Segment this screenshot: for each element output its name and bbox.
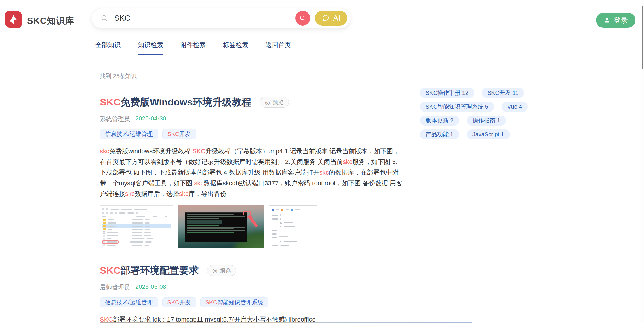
scrollbar-thumb[interactable]: [642, 6, 643, 69]
highlighted-keyword: skc: [194, 180, 204, 187]
tag-pill[interactable]: SKC开发: [162, 297, 196, 307]
sidebar-tag-pill[interactable]: JavaScript 1: [467, 129, 510, 139]
tab-label-search[interactable]: 标签检索: [223, 41, 248, 55]
tag-label: 信息技术/运维管理: [105, 299, 153, 306]
tag-label: 信息技术/运维管理: [105, 130, 153, 138]
ai-chat-button[interactable]: AI: [315, 11, 347, 26]
login-button[interactable]: 登录: [596, 13, 635, 28]
main-layout: 找到 25条知识 SKC免费版Windows环境升级教程 ◎ 预览 系统管理员 …: [0, 55, 644, 323]
red-arrow-annotation: [247, 214, 259, 230]
tag-pill[interactable]: SKC开发: [162, 129, 196, 139]
app-title: SKC知识库: [27, 15, 74, 27]
sidebar-tag-pill[interactable]: 操作指南 1: [467, 116, 506, 126]
result-tags: 信息技术/运维管理SKC开发SKC智能知识管理系统: [100, 297, 404, 307]
result-author: 最帅管理员: [100, 283, 130, 291]
text-segment: 部署环境配置要求: [121, 265, 199, 276]
tag-pill[interactable]: 信息技术/运维管理: [100, 129, 158, 139]
result-title-link[interactable]: SKC部署环境配置要求: [100, 264, 199, 277]
tag-label: 智能知识管理系统: [217, 299, 263, 306]
tag-pill[interactable]: SKC智能知识管理系统: [200, 297, 268, 307]
text-segment: 免费版windows环境升级教程: [109, 148, 192, 155]
text-segment: 数据库后，选择: [135, 190, 179, 197]
tag-label: 开发: [179, 299, 191, 306]
highlighted-keyword: SKC: [167, 131, 179, 137]
search-icon: [299, 15, 306, 22]
highlighted-keyword: SKC: [100, 97, 121, 107]
preview-button[interactable]: ◎ 预览: [207, 265, 236, 276]
sidebar-tag-pill[interactable]: SKC操作手册 12: [420, 88, 474, 98]
nav-tabs: 全部知识 知识检索 附件检索 标签检索 返回首页: [0, 29, 644, 55]
eye-icon: ◎: [265, 99, 270, 105]
highlighted-keyword: skc: [100, 148, 109, 155]
result-date: 2025-05-08: [135, 283, 166, 291]
mysql-dialog-thumbnail[interactable]: [269, 205, 317, 248]
sidebar: SKC操作手册 12SKC开发 11SKC智能知识管理系统 5Vue 4版本更新…: [420, 55, 546, 139]
text-segment: 库，导出备份: [188, 190, 226, 197]
brand-logo[interactable]: [5, 11, 22, 28]
result-date: 2025-04-30: [135, 115, 166, 123]
header: SKC知识库: [0, 0, 644, 29]
sidebar-tag-pill[interactable]: Vue 4: [502, 102, 528, 112]
sidebar-tag-pill[interactable]: 版本更新 2: [420, 116, 459, 126]
search-bar: AI: [92, 8, 350, 28]
results-column: 找到 25条知识 SKC免费版Windows环境升级教程 ◎ 预览 系统管理员 …: [100, 55, 404, 323]
user-icon: [603, 17, 610, 24]
result-item: SKC部署环境配置要求 ◎ 预览 最帅管理员 2025-05-08 信息技术/运…: [100, 264, 404, 323]
result-tags: 信息技术/运维管理SKC开发: [100, 129, 404, 139]
highlighted-keyword: SKC: [192, 148, 205, 155]
text-segment: 免费版Windows环境升级教程: [121, 97, 251, 107]
tag-pill[interactable]: 信息技术/运维管理: [100, 297, 158, 307]
sidebar-tag-cloud: SKC操作手册 12SKC开发 11SKC智能知识管理系统 5Vue 4版本更新…: [420, 88, 546, 139]
terminal-window: [185, 212, 247, 242]
ai-button-label: AI: [333, 14, 340, 23]
login-button-label: 登录: [613, 16, 628, 25]
cutoff-thumbnails-strip: [100, 322, 472, 323]
highlighted-keyword: SKC: [167, 299, 179, 306]
highlighted-keyword: skc: [125, 190, 135, 197]
result-title-link[interactable]: SKC免费版Windows环境升级教程: [100, 96, 251, 109]
preview-label: 预览: [220, 267, 231, 274]
tab-back-home[interactable]: 返回首页: [266, 41, 291, 55]
result-count: 找到 25条知识: [100, 72, 404, 80]
tab-attachment-search[interactable]: 附件检索: [180, 41, 206, 55]
tab-knowledge-search[interactable]: 知识检索: [138, 41, 163, 55]
sidebar-tag-pill[interactable]: 产品功能 1: [420, 129, 459, 139]
tag-label: 开发: [179, 130, 191, 138]
result-author: 系统管理员: [100, 115, 130, 123]
tab-all-knowledge[interactable]: 全部知识: [95, 41, 121, 55]
paper-plane-icon: [8, 14, 19, 25]
attachment-thumbnails: [100, 205, 404, 248]
search-icon: [100, 14, 108, 22]
preview-button[interactable]: ◎ 预览: [260, 97, 289, 108]
highlighted-keyword: skc: [343, 158, 353, 165]
chat-bubble-icon: [322, 14, 330, 22]
search-input[interactable]: [114, 14, 295, 23]
terminal-thumbnail[interactable]: [178, 205, 264, 248]
file-explorer-thumbnail[interactable]: [100, 205, 173, 248]
preview-label: 预览: [273, 99, 283, 106]
sidebar-tag-pill[interactable]: SKC智能知识管理系统 5: [420, 102, 494, 112]
highlighted-keyword: SKC: [100, 265, 121, 276]
sidebar-tag-pill[interactable]: SKC开发 11: [482, 88, 524, 98]
scrollbar[interactable]: [641, 0, 644, 323]
eye-icon: ◎: [212, 268, 217, 273]
highlighted-keyword: SKC: [205, 299, 217, 306]
highlighted-keyword: skc: [319, 169, 329, 176]
result-item: SKC免费版Windows环境升级教程 ◎ 预览 系统管理员 2025-04-3…: [100, 96, 404, 248]
highlighted-keyword: skc: [179, 190, 188, 197]
result-excerpt: skc免费版windows环境升级教程 SKC升级教程（字幕版本）.mp4 1.…: [100, 146, 404, 199]
search-submit-button[interactable]: [295, 11, 310, 26]
